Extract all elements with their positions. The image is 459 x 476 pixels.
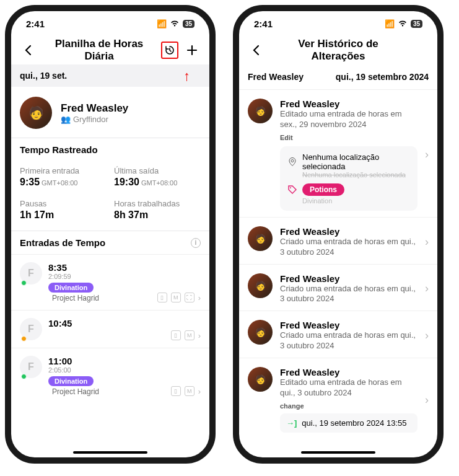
title-bar: Ver Histórico de Alterações	[239, 36, 437, 64]
device-icon: ▯	[157, 293, 167, 302]
tag-new: Potions	[302, 183, 344, 196]
history-row[interactable]: 🧑 Fred Weasley Criado uma entrada de hor…	[239, 311, 437, 358]
home-indicator	[73, 451, 147, 454]
history-date: qui., 19 setembro 2024	[336, 72, 429, 82]
tracked-time-header: Tempo Rastreado	[11, 138, 209, 161]
status-bar: 2:41 📶 35	[11, 11, 209, 36]
manual-icon: M	[185, 386, 195, 396]
status-time: 2:41	[254, 19, 273, 29]
avatar: 🧑	[20, 97, 52, 129]
history-row[interactable]: 🧑 Fred Weasley Editado uma entrada de ho…	[239, 90, 437, 218]
first-entry-value: 9:35GMT+08:00	[20, 177, 107, 188]
entry-project: Project Hagrid	[52, 294, 151, 302]
history-name: Fred Weasley	[280, 226, 417, 237]
wifi-icon	[398, 20, 408, 27]
entry-time: 8:35	[48, 262, 151, 273]
entry-avatar: F	[20, 262, 42, 284]
history-header: Fred Weasley qui., 19 setembro 2024	[239, 64, 437, 90]
breaks-label: Pausas	[20, 199, 107, 208]
manual-icon: M	[185, 330, 195, 340]
profile-name: Fred Weasley	[61, 102, 128, 115]
history-meta: change	[280, 402, 417, 410]
status-dot-icon	[21, 280, 27, 286]
device-icon: ▯	[171, 330, 181, 340]
last-exit-value: 19:30GMT+08:00	[114, 177, 201, 188]
history-row[interactable]: 🧑 Fred Weasley Editado uma entrada de ho…	[239, 358, 437, 439]
chevron-right-icon: ›	[198, 387, 201, 396]
entries-header: Entradas de Tempo i	[11, 231, 209, 254]
team-icon: 👥	[61, 115, 71, 124]
chevron-right-icon: ›	[198, 331, 201, 340]
avatar: 🧑	[248, 226, 273, 251]
chevron-right-icon: ›	[425, 329, 429, 342]
title-bar: Planilha de Horas Diária	[11, 36, 209, 64]
content-scroll[interactable]: 🧑 Fred Weasley Editado uma entrada de ho…	[239, 90, 437, 457]
home-indicator	[301, 451, 375, 454]
entries-header-label: Entradas de Tempo	[20, 237, 105, 248]
history-name: Fred Weasley	[280, 320, 417, 330]
history-desc: Criado uma entrada de horas em qui., 3 o…	[280, 284, 417, 305]
entry-time: 11:00	[48, 356, 165, 366]
history-name: Fred Weasley	[280, 99, 417, 109]
tracked-grid: Primeira entrada 9:35GMT+08:00 Última sa…	[11, 161, 209, 231]
status-dot-icon	[21, 374, 27, 379]
history-user: Fred Weasley	[248, 72, 304, 82]
history-meta: Edit	[280, 134, 417, 141]
history-row[interactable]: 🧑 Fred Weasley Criado uma entrada de hor…	[239, 218, 437, 265]
status-icons: 📶 35	[157, 19, 195, 29]
entry-elapsed: 2:09:59	[48, 273, 151, 280]
face-icon: ⛶	[185, 293, 195, 302]
entry-avatar: F	[20, 318, 42, 340]
entry-tag: Divination	[48, 283, 94, 293]
avatar: 🧑	[248, 273, 273, 298]
chevron-right-icon: ›	[425, 148, 429, 161]
first-entry-label: Primeira entrada	[20, 166, 107, 175]
status-time: 2:41	[26, 19, 45, 29]
phone-right: 2:41 📶 35 Ver Histórico de Alterações Fr…	[233, 5, 444, 464]
entry-project: Project Hagrid	[52, 387, 165, 396]
signal-icon: 📶	[157, 19, 167, 29]
status-icons: 📶 35	[385, 19, 422, 29]
avatar: 🧑	[248, 367, 273, 392]
back-button[interactable]	[248, 42, 265, 59]
wifi-icon	[170, 20, 180, 27]
chevron-right-icon: ›	[425, 282, 429, 295]
profile-team-label: Gryffindor	[73, 115, 108, 124]
battery-icon: 35	[411, 20, 422, 28]
time-entry-row[interactable]: F 8:35 2:09:59 Divination Project Hagrid…	[11, 254, 209, 310]
change-row: →] qui., 19 setembro 2024 13:55	[280, 413, 417, 433]
back-button[interactable]	[20, 42, 37, 59]
battery-icon: 35	[183, 20, 195, 28]
location-old: Nenhuma localização selecionada	[302, 171, 410, 178]
history-name: Fred Weasley	[280, 273, 417, 284]
location-pin-icon	[287, 157, 297, 167]
worked-label: Horas trabalhadas	[114, 199, 201, 208]
chevron-right-icon: ›	[425, 236, 429, 249]
svg-point-0	[291, 159, 294, 162]
history-button[interactable]	[161, 42, 178, 59]
history-desc: Criado uma entrada de horas em qui., 3 o…	[280, 330, 417, 351]
callout-arrow-icon: ↑	[183, 68, 190, 84]
phone-left: 2:41 📶 35 Planilha de Horas Diária ↑ qui…	[5, 5, 216, 464]
history-desc: Editado uma entrada de horas em sex., 29…	[280, 109, 417, 130]
chevron-right-icon: ›	[425, 394, 429, 407]
profile-team: 👥 Gryffindor	[61, 115, 128, 124]
date-bar: qui., 19 set.	[11, 64, 209, 87]
add-button[interactable]	[183, 42, 201, 59]
time-entry-row[interactable]: F 11:00 2:05:00 Divination Project Hagri…	[11, 348, 209, 403]
manual-icon: M	[171, 293, 181, 302]
tag-old: Divination	[302, 197, 410, 205]
worked-value: 8h 37m	[114, 209, 201, 221]
time-entry-row[interactable]: F 10:45 ▯ M ›	[11, 310, 209, 348]
content-scroll[interactable]: 🧑 Fred Weasley 👥 Gryffindor Tempo Rastre…	[11, 87, 209, 457]
page-title: Planilha de Horas Diária	[42, 38, 156, 63]
history-name: Fred Weasley	[280, 367, 417, 377]
history-row[interactable]: 🧑 Fred Weasley Criado uma entrada de hor…	[239, 265, 437, 312]
chevron-right-icon: ›	[198, 293, 201, 302]
profile-block: 🧑 Fred Weasley 👥 Gryffindor	[11, 87, 209, 138]
last-exit-label: Última saída	[114, 166, 201, 175]
tag-icon	[287, 185, 297, 195]
info-icon[interactable]: i	[191, 238, 201, 248]
entry-time: 10:45	[48, 318, 165, 328]
enter-icon: →]	[286, 418, 297, 428]
